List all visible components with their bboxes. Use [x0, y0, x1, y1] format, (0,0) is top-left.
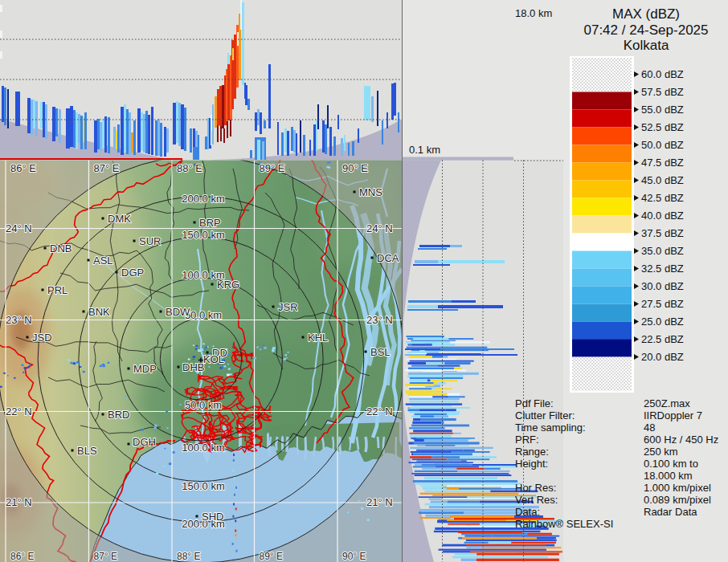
- svg-text:DCA: DCA: [377, 252, 399, 264]
- svg-text:BDW: BDW: [166, 306, 190, 318]
- svg-text:21° N: 21° N: [6, 496, 32, 508]
- svg-text:52.5 dBZ: 52.5 dBZ: [641, 121, 684, 133]
- svg-text:23° N: 23° N: [366, 314, 393, 326]
- svg-text:Rainbow® SELEX-SI: Rainbow® SELEX-SI: [515, 518, 613, 530]
- svg-text:90° E: 90° E: [342, 162, 368, 174]
- svg-text:Radar Data: Radar Data: [644, 506, 697, 518]
- svg-text:ASL: ASL: [93, 255, 113, 267]
- svg-text:Clutter Filter:: Clutter Filter:: [515, 409, 575, 422]
- svg-text:55.0 dBZ: 55.0 dBZ: [641, 104, 684, 116]
- svg-text:KHL: KHL: [308, 332, 328, 344]
- svg-text:18.000 km: 18.000 km: [644, 470, 693, 482]
- svg-text:27.5 dBZ: 27.5 dBZ: [641, 298, 684, 310]
- svg-text:60.0 dBZ: 60.0 dBZ: [641, 68, 684, 80]
- svg-text:KOL: KOL: [203, 353, 224, 365]
- svg-text:MDP: MDP: [133, 363, 157, 375]
- svg-text:JSD: JSD: [32, 332, 52, 344]
- svg-text:1.000 km/pixel: 1.000 km/pixel: [644, 482, 711, 494]
- svg-text:40.0 dBZ: 40.0 dBZ: [641, 210, 684, 222]
- svg-text:100.0 km: 100.0 km: [182, 442, 224, 454]
- svg-text:24° N: 24° N: [6, 222, 32, 234]
- svg-text:86° E: 86° E: [10, 551, 34, 562]
- svg-text:BRD: BRD: [108, 409, 129, 421]
- svg-text:21° N: 21° N: [366, 496, 393, 508]
- svg-text:20.0 dBZ: 20.0 dBZ: [641, 351, 684, 363]
- svg-text:07:42 / 24-Sep-2025: 07:42 / 24-Sep-2025: [583, 22, 708, 38]
- svg-text:JSR: JSR: [278, 301, 298, 313]
- svg-text:SUR: SUR: [139, 235, 161, 247]
- svg-text:150.0 km: 150.0 km: [182, 229, 224, 241]
- svg-text:150.0 km: 150.0 km: [182, 480, 224, 492]
- svg-text:BRP: BRP: [199, 217, 221, 229]
- svg-text:MAX (dBZ): MAX (dBZ): [612, 6, 680, 22]
- svg-text:88° E: 88° E: [177, 551, 200, 562]
- svg-text:DGH: DGH: [133, 436, 156, 448]
- svg-text:50.0 km: 50.0 km: [185, 309, 222, 321]
- svg-text:0.1 km: 0.1 km: [409, 144, 440, 156]
- svg-text:45.0 dBZ: 45.0 dBZ: [641, 174, 684, 186]
- svg-text:89° E: 89° E: [260, 162, 285, 174]
- svg-text:DNB: DNB: [50, 242, 72, 255]
- svg-text:MNS: MNS: [359, 186, 382, 198]
- svg-text:Kolkata: Kolkata: [624, 38, 669, 53]
- svg-text:KRG: KRG: [217, 279, 239, 291]
- svg-text:22° N: 22° N: [366, 405, 393, 417]
- svg-text:24° N: 24° N: [366, 222, 393, 234]
- svg-text:42.5 dBZ: 42.5 dBZ: [641, 192, 684, 204]
- svg-text:90° E: 90° E: [342, 551, 366, 562]
- svg-text:32.5 dBZ: 32.5 dBZ: [641, 263, 684, 275]
- svg-text:Range:: Range:: [515, 446, 549, 458]
- svg-text:22° N: 22° N: [6, 405, 32, 417]
- svg-text:86° E: 86° E: [10, 162, 36, 174]
- svg-text:Hor Res:: Hor Res:: [515, 482, 556, 494]
- svg-text:BSL: BSL: [370, 346, 391, 358]
- svg-text:200.0 km: 200.0 km: [182, 193, 224, 205]
- svg-text:BNK: BNK: [88, 306, 110, 318]
- svg-text:PRL: PRL: [47, 284, 67, 296]
- svg-text:DGP: DGP: [121, 267, 144, 279]
- svg-text:600 Hz / 450 Hz: 600 Hz / 450 Hz: [644, 434, 718, 446]
- svg-text:IIRDoppler 7: IIRDoppler 7: [644, 409, 702, 422]
- svg-text:57.5 dBZ: 57.5 dBZ: [641, 86, 684, 98]
- svg-text:PRF:: PRF:: [515, 434, 539, 446]
- svg-text:87° E: 87° E: [94, 162, 120, 174]
- svg-text:SHD: SHD: [202, 511, 223, 523]
- svg-text:18.0 km: 18.0 km: [515, 7, 552, 19]
- svg-text:0.100 km to: 0.100 km to: [644, 458, 698, 470]
- svg-text:DMK: DMK: [108, 213, 131, 225]
- svg-text:0.089 km/pixel: 0.089 km/pixel: [644, 494, 711, 506]
- svg-text:88° E: 88° E: [177, 162, 202, 174]
- svg-text:DHB: DHB: [182, 361, 204, 373]
- svg-text:250 km: 250 km: [644, 446, 678, 458]
- svg-text:47.5 dBZ: 47.5 dBZ: [641, 157, 684, 169]
- svg-text:23° N: 23° N: [6, 314, 32, 326]
- svg-text:50.0 dBZ: 50.0 dBZ: [641, 139, 684, 151]
- svg-text:30.0 dBZ: 30.0 dBZ: [641, 280, 684, 292]
- svg-text:50.0 km: 50.0 km: [185, 399, 222, 411]
- svg-text:37.5 dBZ: 37.5 dBZ: [641, 227, 684, 239]
- svg-text:48: 48: [644, 422, 655, 434]
- svg-text:87° E: 87° E: [94, 551, 117, 562]
- svg-text:BLS: BLS: [77, 445, 97, 457]
- svg-text:Height:: Height:: [515, 458, 548, 470]
- svg-text:Time sampling:: Time sampling:: [515, 422, 586, 434]
- svg-text:250Z.max: 250Z.max: [644, 397, 690, 409]
- svg-text:Vert Res:: Vert Res:: [515, 494, 558, 506]
- svg-text:35.0 dBZ: 35.0 dBZ: [641, 245, 684, 257]
- svg-text:Data:: Data:: [515, 506, 540, 518]
- svg-text:25.0 dBZ: 25.0 dBZ: [641, 316, 684, 328]
- svg-text:Pdf File:: Pdf File:: [515, 397, 554, 409]
- svg-text:89° E: 89° E: [260, 551, 283, 562]
- svg-text:22.5 dBZ: 22.5 dBZ: [641, 333, 684, 345]
